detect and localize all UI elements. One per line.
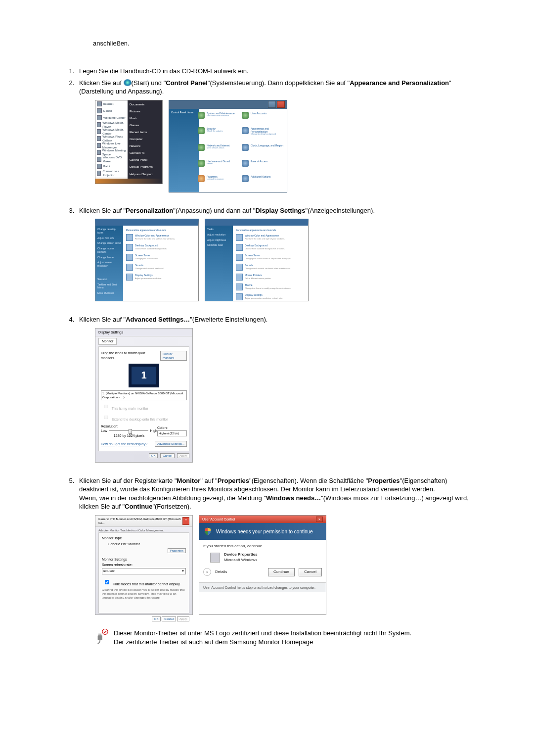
details-link[interactable]: Details <box>215 569 227 575</box>
cp-icon <box>242 127 249 134</box>
step-4: Klicken Sie auf "Advanced Settings…"(Erw… <box>76 315 470 463</box>
apply-button[interactable]: Apply <box>177 453 189 458</box>
close-icon <box>277 101 285 108</box>
cp-item: User Accounts <box>251 112 267 115</box>
pers-side-item: Taskbar and Start Menu <box>97 283 121 290</box>
pers-sub: Change your screen saver or adjust when … <box>245 257 291 260</box>
pers-side-item: Ease of Access <box>97 291 121 295</box>
t: (Start) und " <box>132 79 166 87</box>
colors-select[interactable]: Highest (32 bit) <box>157 430 187 436</box>
start-item: Pictures <box>130 109 160 113</box>
start-item: Connect to a Projector <box>102 169 126 177</box>
app-icon <box>97 164 102 169</box>
certification-note: Dieser Monitor-Treiber ist unter MS Logo… <box>95 629 470 646</box>
mp-refresh-label: Screen refresh rate: <box>102 563 186 567</box>
intro-text: anschließen. <box>93 40 470 47</box>
close-icon[interactable]: × <box>182 517 189 525</box>
ds-title: Display Settings <box>95 329 192 336</box>
pers-side-item: Change theme <box>97 256 121 259</box>
continue-button[interactable]: Continue <box>268 568 295 576</box>
start-item: Control Panel <box>130 158 160 162</box>
t: "(Eigenschaften). Wenn die Schaltfläche … <box>249 477 368 484</box>
cp-item: Additional Options <box>251 175 271 178</box>
ds-tab: Monitor <box>98 338 117 344</box>
ok-button[interactable]: OK <box>149 453 158 458</box>
pers-item: Desktop Background <box>135 244 158 247</box>
pers-sub: Choose from available backgrounds. <box>135 247 167 250</box>
app-icon <box>97 157 101 162</box>
monitor-select[interactable]: 1. (Multiple Monitors) on NVIDIA GeForce… <box>101 390 187 400</box>
ok-button[interactable]: OK <box>152 616 161 621</box>
t: Appearance and Personalization <box>350 79 449 87</box>
figure-uac-dialog: User Account Control× Windows needs your… <box>199 515 326 615</box>
maximize-icon <box>268 101 276 108</box>
pers-sub: Adjust your monitor resolution, refresh … <box>245 297 283 299</box>
pers-side-item: Adjust screen resolution <box>97 261 121 268</box>
slider-low: Low <box>101 428 107 433</box>
app-icon <box>97 122 101 127</box>
pers-sub: Change the theme to modify many elements… <box>245 287 291 289</box>
pers-item: Theme <box>245 284 253 286</box>
cancel-button[interactable]: Cancel <box>162 616 176 621</box>
pers-icon <box>236 274 243 281</box>
start-item: Welcome Center <box>103 116 126 120</box>
figure-start-menu: Internet E-mail Welcome Center Windows M… <box>95 100 163 184</box>
pers-side-item: Adjust resolution <box>207 233 231 236</box>
cancel-button[interactable]: Cancel <box>160 453 175 458</box>
t: "(Anpassung) und dann auf " <box>173 207 255 214</box>
identify-button[interactable]: Identify Monitors <box>160 351 187 361</box>
hide-modes-check[interactable] <box>105 580 109 584</box>
chevron-down-icon[interactable]: ▾ <box>203 568 211 576</box>
t: Klicken Sie auf " <box>79 316 126 323</box>
app-icon <box>97 129 101 134</box>
cp-icon <box>242 175 249 182</box>
step-1: Legen Sie die Handbuch-CD in das CD-ROM-… <box>76 67 470 76</box>
mp-type-label: Monitor Type <box>102 536 186 540</box>
svg-rect-2 <box>98 634 99 636</box>
pers-icon <box>236 293 243 300</box>
instruction-list: Legen Sie die Handbuch-CD in das CD-ROM-… <box>64 67 470 646</box>
t: "(Fortsetzen). <box>152 503 191 510</box>
start-item: E-mail <box>103 109 112 113</box>
t: Control Panel <box>166 79 208 87</box>
pers-side-item: Calibrate color <box>207 243 231 247</box>
app-icon <box>97 115 102 120</box>
pers-item: Sounds <box>245 264 253 267</box>
refresh-select[interactable]: 60 Hertz▼ <box>102 568 186 574</box>
pers-icon <box>126 234 133 241</box>
apply-button[interactable]: Apply <box>177 616 189 621</box>
cp-sub: Check for updates <box>207 130 222 133</box>
t: Klicken Sie auf der Registerkarte " <box>79 477 177 484</box>
start-item: Games <box>130 123 160 127</box>
help-link[interactable]: How do I get the best display? <box>101 442 147 446</box>
hide-desc: Clearing this check box allows you to se… <box>102 588 186 600</box>
step-2: Klicken Sie auf (Start) und "Control Pan… <box>76 79 470 192</box>
advanced-settings-button[interactable]: Advanced Settings... <box>155 441 187 447</box>
mp-tabs[interactable]: Adapter Monitor Troubleshoot Color Manag… <box>98 528 189 532</box>
t: Advanced Settings… <box>126 316 190 323</box>
start-item: Windows DVD Maker <box>103 155 126 163</box>
pers-title: Personalize appearance and sounds <box>126 229 195 232</box>
pers-sub: Choose from available backgrounds or col… <box>245 247 285 250</box>
cancel-button[interactable]: Cancel <box>299 568 322 576</box>
svg-rect-3 <box>100 634 101 636</box>
t: Personalization <box>126 207 173 214</box>
res-label: Resolution: <box>101 424 157 428</box>
pers-side-item: Change screen saver <box>97 241 121 245</box>
start-item: Documents <box>130 102 160 106</box>
t: Properties <box>368 477 400 484</box>
app-icon <box>97 136 101 141</box>
step-5: Klicken Sie auf der Registerkarte "Monit… <box>76 476 470 646</box>
start-item: All Programs <box>100 180 117 184</box>
pers-item: Display Settings <box>245 293 263 296</box>
figure-display-settings: Display Settings Monitor Drag the icons … <box>95 328 193 463</box>
cp-icon <box>198 127 205 134</box>
figure-monitor-properties: Generic PnP Monitor and NVIDIA GeForce 8… <box>95 515 193 615</box>
t: Properties <box>218 477 249 484</box>
resolution-slider[interactable] <box>109 429 148 432</box>
pers-icon <box>126 244 133 251</box>
close-icon[interactable]: × <box>316 517 323 522</box>
colors-label: Colors: <box>157 425 187 430</box>
pers-icon <box>126 274 133 281</box>
properties-button[interactable]: Properties <box>168 548 186 553</box>
